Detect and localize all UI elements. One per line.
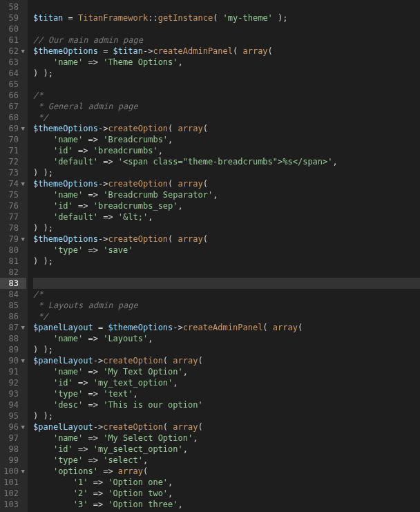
line-number[interactable]: 68	[0, 112, 26, 123]
fold-icon[interactable]: ▼	[19, 234, 25, 245]
line-number[interactable]: 103	[0, 499, 26, 510]
line-number[interactable]: 97	[0, 433, 26, 444]
code-line[interactable]: $panelLayout->createOption( array(	[33, 355, 420, 366]
code-line[interactable]: 'type' => 'text',	[33, 388, 420, 399]
line-number[interactable]: 80	[0, 245, 26, 256]
line-number[interactable]: 85	[0, 300, 26, 311]
line-number[interactable]: 89	[0, 344, 26, 355]
code-line[interactable]: ) );	[33, 344, 420, 355]
code-line[interactable]: 'name' => 'My Text Option',	[33, 366, 420, 377]
line-number[interactable]: 96▼	[0, 421, 26, 433]
line-number[interactable]: 83	[0, 278, 26, 289]
line-number[interactable]: 78	[0, 222, 26, 234]
code-line[interactable]: '2' => 'Option two',	[33, 488, 420, 499]
code-line[interactable]	[33, 23, 420, 35]
line-number[interactable]: 76	[0, 200, 26, 211]
line-number[interactable]: 99	[0, 455, 26, 466]
code-line[interactable]: $themeOptions = $titan->createAdminPanel…	[33, 46, 420, 57]
code-line[interactable]: // Our main admin page	[33, 35, 420, 46]
code-line[interactable]: /*	[33, 289, 420, 300]
code-line[interactable]: $panelLayout = $themeOptions->createAdmi…	[33, 322, 420, 333]
line-number[interactable]: 84	[0, 289, 26, 300]
code-line[interactable]: 'options' => array(	[33, 466, 420, 477]
line-number[interactable]: 59	[0, 12, 26, 23]
fold-icon[interactable]: ▼	[19, 421, 25, 433]
line-number[interactable]: 81	[0, 256, 26, 267]
code-line[interactable]: 'type' => 'select',	[33, 455, 420, 466]
code-line[interactable]	[33, 79, 420, 90]
line-number[interactable]: 63	[0, 57, 26, 68]
code-line[interactable]: 'id' => 'breadcrumbs',	[33, 145, 420, 156]
code-line[interactable]: 'id' => 'my_text_option',	[33, 377, 420, 388]
line-number[interactable]: 95	[0, 410, 26, 421]
line-number[interactable]: 69▼	[0, 123, 26, 134]
line-number[interactable]: 62▼	[0, 46, 26, 57]
code-line[interactable]: $themeOptions->createOption( array(	[33, 178, 420, 189]
code-line[interactable]: ) );	[33, 410, 420, 421]
line-number[interactable]: 66	[0, 90, 26, 101]
code-line[interactable]: 'name' => 'Layouts',	[33, 333, 420, 344]
line-number[interactable]: 92	[0, 377, 26, 388]
code-line[interactable]: ) );	[33, 256, 420, 267]
line-number[interactable]: 79▼	[0, 234, 26, 245]
code-line[interactable]	[33, 278, 420, 289]
code-line[interactable]: 'default' => '<span class="theme-breadcr…	[33, 156, 420, 167]
code-line[interactable]	[33, 1, 420, 12]
line-number[interactable]: 82	[0, 267, 26, 278]
code-line[interactable]: $themeOptions->createOption( array(	[33, 234, 420, 245]
line-number[interactable]: 100▼	[0, 466, 26, 477]
line-number[interactable]: 101	[0, 477, 26, 488]
code-editor[interactable]: 5859606162▼63646566676869▼7071727374▼757…	[0, 0, 420, 512]
code-line[interactable]: 'type' => 'save'	[33, 245, 420, 256]
line-number[interactable]: 75	[0, 189, 26, 200]
code-line[interactable]: '3' => 'Option three',	[33, 499, 420, 510]
line-number[interactable]: 74▼	[0, 178, 26, 189]
line-number[interactable]: 102	[0, 488, 26, 499]
code-line[interactable]: 'name' => 'Breadcrumbs',	[33, 134, 420, 145]
line-number[interactable]: 67	[0, 101, 26, 112]
line-number-gutter[interactable]: 5859606162▼63646566676869▼7071727374▼757…	[0, 0, 28, 512]
line-number[interactable]: 98	[0, 444, 26, 455]
line-number[interactable]: 70	[0, 134, 26, 145]
line-number[interactable]: 91	[0, 366, 26, 377]
code-line[interactable]: * Layouts admin page	[33, 300, 420, 311]
code-line[interactable]: 'id' => 'breadcrumbs_sep',	[33, 200, 420, 211]
code-line[interactable]: $panelLayout->createOption( array(	[33, 421, 420, 433]
line-number[interactable]: 65	[0, 79, 26, 90]
code-line[interactable]: 'name' => 'My Select Option',	[33, 433, 420, 444]
fold-icon[interactable]: ▼	[19, 322, 25, 333]
code-line[interactable]: */	[33, 112, 420, 123]
line-number[interactable]: 86	[0, 311, 26, 322]
code-line[interactable]: $themeOptions->createOption( array(	[33, 123, 420, 134]
fold-icon[interactable]: ▼	[19, 355, 25, 366]
fold-icon[interactable]: ▼	[19, 123, 25, 134]
code-line[interactable]: 'name' => 'Breadcrumb Separator',	[33, 189, 420, 200]
code-area[interactable]: $titan = TitanFramework::getInstance( 'm…	[28, 0, 420, 512]
code-line[interactable]: 'desc' => 'This is our option'	[33, 399, 420, 410]
code-line[interactable]: ) );	[33, 68, 420, 79]
code-line[interactable]: */	[33, 311, 420, 322]
fold-icon[interactable]: ▼	[19, 178, 25, 189]
line-number[interactable]: 72	[0, 156, 26, 167]
code-line[interactable]: $titan = TitanFramework::getInstance( 'm…	[33, 12, 420, 23]
line-number[interactable]: 77	[0, 211, 26, 222]
line-number[interactable]: 71	[0, 145, 26, 156]
code-line[interactable]: ) );	[33, 167, 420, 178]
line-number[interactable]: 58	[0, 1, 26, 12]
fold-icon[interactable]: ▼	[19, 466, 25, 477]
line-number[interactable]: 93	[0, 388, 26, 399]
line-number[interactable]: 88	[0, 333, 26, 344]
line-number[interactable]: 64	[0, 68, 26, 79]
line-number[interactable]: 90▼	[0, 355, 26, 366]
line-number[interactable]: 73	[0, 167, 26, 178]
fold-icon[interactable]: ▼	[19, 46, 25, 57]
code-line[interactable]: ) );	[33, 222, 420, 234]
code-line[interactable]: 'default' => '&lt;',	[33, 211, 420, 222]
code-line[interactable]: /*	[33, 90, 420, 101]
code-line[interactable]: 'name' => 'Theme Options',	[33, 57, 420, 68]
line-number[interactable]: 61	[0, 35, 26, 46]
code-line[interactable]: * General admin page	[33, 101, 420, 112]
line-number[interactable]: 87▼	[0, 322, 26, 333]
code-line[interactable]: '1' => 'Option one',	[33, 477, 420, 488]
line-number[interactable]: 94	[0, 399, 26, 410]
